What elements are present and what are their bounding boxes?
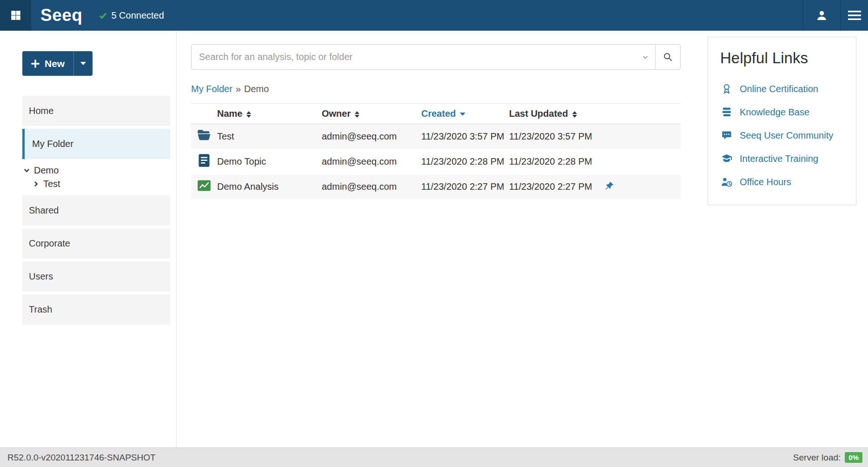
check-icon xyxy=(99,12,107,20)
status-bar: R52.0.0-v202011231746-SNAPSHOT Server lo… xyxy=(0,447,868,467)
pin-icon[interactable] xyxy=(604,182,614,193)
apps-grid-icon xyxy=(10,9,22,21)
item-owner: admin@seeq.com xyxy=(322,174,421,200)
training-icon xyxy=(720,153,733,164)
main-content: My Folder » Demo Name Owner Created xyxy=(177,31,694,447)
item-name: Test xyxy=(217,124,322,149)
folder-icon xyxy=(197,129,211,141)
office-hours-icon xyxy=(720,176,733,187)
breadcrumb-my-folder-link[interactable]: My Folder xyxy=(191,84,232,94)
sidebar: New Home My Folder Demo Test xyxy=(0,31,177,447)
column-header-name[interactable]: Name xyxy=(217,104,322,124)
column-header-created[interactable]: Created xyxy=(421,104,509,124)
search-input[interactable] xyxy=(191,44,656,70)
breadcrumb: My Folder » Demo xyxy=(191,82,681,96)
plus-icon xyxy=(31,60,40,68)
seeq-logo[interactable]: Seeq xyxy=(40,6,82,25)
community-icon xyxy=(720,130,733,141)
apps-menu-button[interactable] xyxy=(0,0,31,31)
sidebar-item-label: Corporate xyxy=(29,238,70,249)
table-header-row: Name Owner Created Last Updated xyxy=(191,104,681,124)
table-row-demo-analysis[interactable]: Demo Analysis admin@seeq.com 11/23/2020 … xyxy=(191,174,681,200)
helpful-links-card: Helpful Links Online Certification Knowl… xyxy=(708,37,856,205)
server-load-label: Server load: xyxy=(793,453,841,463)
table-row-demo-topic[interactable]: Demo Topic admin@seeq.com 11/23/2020 2:2… xyxy=(191,149,681,174)
sidebar-item-label: Home xyxy=(29,106,53,116)
item-updated: 11/23/2020 2:28 PM xyxy=(509,149,604,174)
helpful-links-title: Helpful Links xyxy=(720,49,844,67)
right-panel: Helpful Links Online Certification Knowl… xyxy=(694,31,868,447)
link-interactive-training[interactable]: Interactive Training xyxy=(720,147,844,170)
link-knowledge-base[interactable]: Knowledge Base xyxy=(720,100,844,124)
sort-desc-icon xyxy=(460,113,465,116)
tree-item-label: Test xyxy=(43,179,60,189)
breadcrumb-separator: » xyxy=(236,84,241,94)
search-button[interactable] xyxy=(655,44,681,70)
sidebar-item-label: Users xyxy=(29,271,53,282)
new-button: New xyxy=(22,51,93,76)
tree-item-label: Demo xyxy=(34,165,59,176)
user-profile-button[interactable] xyxy=(803,0,840,31)
user-icon xyxy=(815,9,828,22)
navbar-actions xyxy=(803,0,868,31)
sort-icon xyxy=(355,111,359,118)
chevron-right-icon xyxy=(33,180,40,187)
top-navbar: Seeq 5 Connected xyxy=(0,0,868,31)
search-bar xyxy=(191,44,681,70)
column-header-last-updated[interactable]: Last Updated xyxy=(509,104,604,124)
sort-icon xyxy=(572,111,577,118)
item-owner: admin@seeq.com xyxy=(322,124,421,149)
link-label: Online Certification xyxy=(740,84,818,94)
new-button-main[interactable]: New xyxy=(22,51,73,76)
caret-down-icon xyxy=(80,62,86,65)
tree-item-test[interactable]: Test xyxy=(23,177,176,191)
tree-item-demo[interactable]: Demo xyxy=(23,164,176,177)
link-label: Interactive Training xyxy=(740,153,818,164)
column-header-owner[interactable]: Owner xyxy=(322,104,421,124)
server-load: Server load: 0% xyxy=(793,452,862,463)
analysis-icon xyxy=(197,180,211,192)
search-icon xyxy=(663,52,673,62)
link-label: Office Hours xyxy=(740,177,791,187)
link-seeq-user-community[interactable]: Seeq User Community xyxy=(720,124,844,147)
items-table: Name Owner Created Last Updated xyxy=(191,103,681,200)
chevron-down-icon[interactable] xyxy=(642,54,649,60)
sort-icon xyxy=(246,111,251,118)
certification-icon xyxy=(720,83,733,94)
chevron-down-icon xyxy=(23,167,30,174)
sidebar-item-corporate[interactable]: Corporate xyxy=(22,228,170,259)
link-online-certification[interactable]: Online Certification xyxy=(720,77,844,100)
knowledge-base-icon xyxy=(720,107,733,118)
item-name: Demo Analysis xyxy=(217,174,322,200)
link-office-hours[interactable]: Office Hours xyxy=(720,170,844,193)
sidebar-item-shared[interactable]: Shared xyxy=(22,195,170,226)
connection-status-label: 5 Connected xyxy=(111,10,164,21)
item-name: Demo Topic xyxy=(217,149,322,174)
sidebar-item-home[interactable]: Home xyxy=(22,96,170,126)
breadcrumb-current: Demo xyxy=(244,84,269,94)
hamburger-icon xyxy=(848,10,861,20)
link-label: Seeq User Community xyxy=(740,130,833,141)
item-owner: admin@seeq.com xyxy=(322,149,421,174)
sidebar-nav: Home My Folder Demo Test Shared Corporat xyxy=(0,96,176,325)
sidebar-item-label: Shared xyxy=(29,205,59,216)
item-created: 11/23/2020 2:27 PM xyxy=(421,174,509,200)
new-button-label: New xyxy=(45,58,65,69)
new-button-dropdown[interactable] xyxy=(73,51,93,76)
version-text: R52.0.0-v202011231746-SNAPSHOT xyxy=(7,453,156,463)
sidebar-item-label: Trash xyxy=(29,304,52,315)
connection-status[interactable]: 5 Connected xyxy=(99,10,164,21)
item-updated: 11/23/2020 3:57 PM xyxy=(509,124,604,149)
sidebar-item-label: My Folder xyxy=(32,139,73,149)
link-label: Knowledge Base xyxy=(740,107,809,118)
item-created: 11/23/2020 2:28 PM xyxy=(421,149,509,174)
server-load-badge: 0% xyxy=(845,452,862,463)
sidebar-item-trash[interactable]: Trash xyxy=(22,294,170,325)
sidebar-item-users[interactable]: Users xyxy=(22,261,170,292)
table-row-test[interactable]: Test admin@seeq.com 11/23/2020 3:57 PM 1… xyxy=(191,124,681,149)
item-updated: 11/23/2020 2:27 PM xyxy=(509,174,604,200)
topic-icon xyxy=(198,153,210,167)
sidebar-item-my-folder[interactable]: My Folder xyxy=(22,129,170,159)
main-menu-button[interactable] xyxy=(840,0,868,31)
item-created: 11/23/2020 3:57 PM xyxy=(421,124,509,149)
